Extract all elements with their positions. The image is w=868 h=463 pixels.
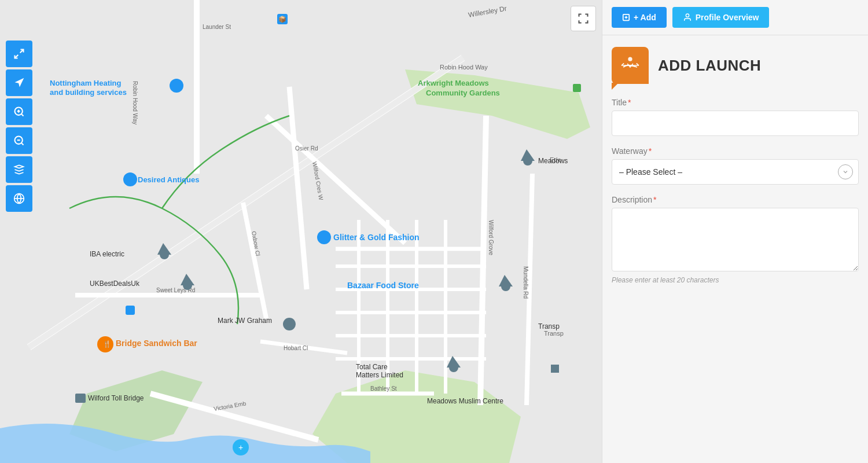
svg-point-59 [449, 363, 458, 372]
svg-text:Bathley St: Bathley St [370, 385, 397, 392]
svg-text:Community Gardens: Community Gardens [426, 89, 500, 97]
title-group: Title* [612, 98, 859, 136]
title-input[interactable] [612, 111, 859, 136]
svg-text:Robin Hood Way: Robin Hood Way [132, 81, 138, 124]
fullscreen-button[interactable] [571, 6, 596, 31]
add-launch-header: ADD LAUNCH [612, 47, 859, 84]
svg-point-46 [160, 250, 169, 259]
svg-text:Wilford Grove: Wilford Grove [488, 220, 494, 256]
waterway-group: Waterway* – Please Select – [612, 146, 859, 185]
zoom-in-button[interactable] [6, 98, 32, 125]
waterway-select-wrapper: – Please Select – [612, 159, 859, 185]
svg-text:🍴: 🍴 [103, 340, 111, 348]
svg-point-94 [628, 57, 632, 61]
add-button[interactable]: + Add [612, 7, 667, 28]
svg-text:Meadows: Meadows [538, 157, 568, 165]
svg-text:Mundella Rd: Mundella Rd [523, 266, 529, 299]
map-section: Willersley Dr Robin Hood Way Robin Hood … [0, 0, 602, 463]
svg-point-44 [123, 172, 137, 186]
svg-point-57 [283, 318, 296, 330]
svg-text:Bridge Sandwich Bar: Bridge Sandwich Bar [116, 339, 197, 348]
svg-text:Meadows Muslim Centre: Meadows Muslim Centre [427, 397, 503, 405]
svg-text:IBA electric: IBA electric [90, 250, 124, 258]
svg-text:Transp: Transp [544, 330, 564, 337]
add-launch-title: ADD LAUNCH [658, 57, 761, 75]
sidebar: + Add Profile Overview [602, 0, 868, 463]
zoom-out-button[interactable] [6, 127, 32, 154]
svg-marker-87 [15, 166, 24, 168]
svg-point-67 [523, 156, 532, 166]
svg-rect-64 [573, 84, 581, 92]
svg-text:Arkwright Meadows: Arkwright Meadows [418, 79, 489, 87]
sidebar-header: + Add Profile Overview [602, 0, 868, 35]
profile-overview-button[interactable]: Profile Overview [672, 7, 770, 28]
svg-point-93 [686, 14, 689, 17]
profile-button-label: Profile Overview [696, 13, 759, 22]
svg-text:Transp: Transp [538, 322, 560, 330]
waterway-required: * [649, 146, 652, 156]
svg-text:Wilford Toll Bridge: Wilford Toll Bridge [88, 394, 144, 402]
waterway-select[interactable]: – Please Select – [612, 159, 859, 185]
svg-text:Osier Rd: Osier Rd [295, 145, 318, 152]
waterway-label: Waterway* [612, 146, 859, 156]
title-required: * [628, 98, 631, 107]
svg-text:Nottingham Heating: Nottingham Heating [50, 79, 122, 87]
svg-line-85 [21, 143, 24, 145]
svg-text:UKBestDealsUk: UKBestDealsUk [90, 280, 140, 288]
svg-text:Total Care: Total Care [356, 363, 388, 371]
globe-button[interactable] [6, 185, 32, 212]
svg-marker-79 [15, 78, 24, 87]
title-label: Title* [612, 98, 859, 107]
navigate-button[interactable] [6, 69, 32, 96]
svg-text:Matters Limited: Matters Limited [356, 371, 403, 379]
description-required: * [653, 195, 656, 204]
svg-text:Glitter & Gold Fashion: Glitter & Gold Fashion [333, 233, 420, 242]
svg-text:📦: 📦 [278, 15, 286, 23]
svg-text:+: + [238, 443, 243, 452]
svg-point-41 [170, 79, 183, 93]
svg-rect-74 [126, 306, 135, 315]
svg-text:Robin Hood Way: Robin Hood Way [440, 64, 488, 71]
svg-point-50 [317, 230, 331, 244]
description-label: Description* [612, 195, 859, 204]
svg-text:Launder St: Launder St [203, 24, 231, 30]
description-hint: Please enter at least 20 characters [612, 276, 859, 284]
svg-rect-69 [75, 394, 86, 403]
svg-text:Bazaar Food Store: Bazaar Food Store [347, 281, 419, 290]
form-container: ADD LAUNCH Title* Waterway* – Please Sel… [602, 35, 868, 306]
svg-text:and building services: and building services [50, 88, 127, 97]
description-textarea[interactable] [612, 208, 859, 271]
add-button-label: + Add [634, 13, 656, 22]
layers-button[interactable] [6, 156, 32, 183]
map-controls [6, 41, 32, 212]
svg-text:Hobart Cl: Hobart Cl [284, 345, 308, 351]
svg-point-52 [501, 282, 510, 291]
svg-line-81 [21, 114, 24, 116]
svg-rect-62 [551, 365, 559, 373]
svg-point-48 [183, 281, 192, 290]
svg-text:Desired Antiques: Desired Antiques [138, 175, 199, 184]
expand-map-button[interactable] [6, 41, 32, 67]
description-group: Description* Please enter at least 20 ch… [612, 195, 859, 284]
svg-text:Mark JW Graham: Mark JW Graham [218, 317, 272, 325]
launch-icon [612, 47, 649, 84]
